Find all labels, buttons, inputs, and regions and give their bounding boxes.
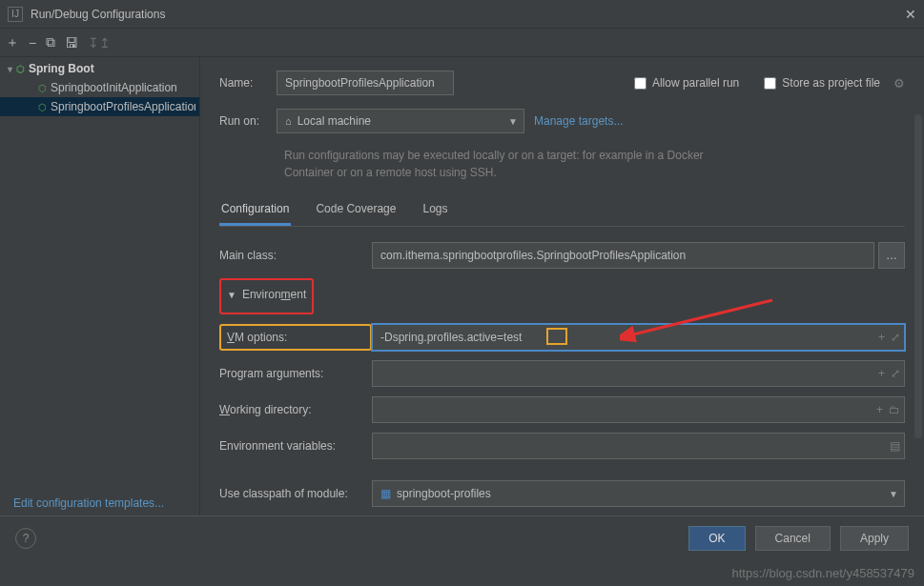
watermark: https://blog.csdn.net/y458537479 [731, 566, 914, 580]
expand-icon[interactable]: ⤢ [891, 367, 900, 380]
browse-main-class-button[interactable]: … [878, 242, 905, 269]
edit-templates-link[interactable]: Edit configuration templates... [13, 496, 164, 510]
gear-icon[interactable]: ⚙ [893, 76, 905, 91]
manage-targets-link[interactable]: Manage targets... [534, 114, 623, 128]
tree-item-springboot-profiles[interactable]: ⬡ SpringbootProfilesApplication [0, 97, 199, 116]
classpath-combo[interactable]: ▦ springboot-profiles ▼ [372, 480, 905, 507]
add-icon[interactable]: + [878, 367, 885, 380]
vm-options-input[interactable]: -Dspring.profiles.active=test + ⤢ [372, 324, 905, 351]
tab-code-coverage[interactable]: Code Coverage [314, 196, 398, 226]
main-class-label: Main class: [219, 249, 372, 262]
chevron-down-icon: ▼ [889, 489, 898, 499]
name-label: Name: [219, 76, 267, 90]
add-icon[interactable]: + [876, 403, 883, 416]
env-vars-label: Environment variables: [219, 439, 372, 453]
spring-icon: ⬡ [38, 83, 47, 93]
vertical-scrollbar[interactable] [914, 114, 922, 438]
vm-options-label: VM options: [227, 331, 287, 344]
chevron-down-icon: ▼ [227, 290, 236, 300]
app-logo-icon: IJ [8, 7, 23, 22]
copy-config-button[interactable]: ⧉ [46, 34, 55, 51]
help-button[interactable]: ? [15, 528, 36, 549]
spring-icon: ⬡ [38, 102, 47, 112]
runon-label: Run on: [219, 114, 267, 128]
expand-icon[interactable]: ⤢ [891, 331, 900, 344]
folder-icon[interactable]: 🗀 [889, 403, 900, 416]
add-config-button[interactable]: ＋ [6, 34, 19, 51]
remove-config-button[interactable]: − [29, 35, 36, 51]
tree-root-spring-boot[interactable]: ▾ ⬡ Spring Boot [0, 59, 199, 78]
chevron-down-icon: ▼ [508, 116, 518, 127]
list-icon[interactable]: ▤ [890, 439, 900, 453]
spring-icon: ⬡ [16, 64, 25, 74]
name-input[interactable] [277, 71, 454, 95]
tree-item-springboot-init[interactable]: ⬡ SpringbootInitApplication [0, 78, 199, 97]
working-dir-label: Working directory: [219, 403, 372, 416]
program-args-input[interactable]: + ⤢ [372, 360, 905, 387]
content-panel: Name: Allow parallel run Store as projec… [200, 57, 924, 538]
runon-combo[interactable]: ⌂ Local machine ▼ [277, 109, 524, 133]
dialog-title: Run/Debug Configurations [31, 8, 905, 21]
ok-button[interactable]: OK [688, 526, 745, 551]
add-icon[interactable]: + [878, 331, 885, 344]
environment-section-header[interactable]: ▼ Environment [227, 288, 306, 301]
apply-button[interactable]: Apply [840, 526, 909, 551]
chevron-down-icon: ▾ [8, 64, 12, 74]
save-config-button[interactable]: 🖫 [65, 35, 78, 51]
env-vars-input[interactable]: ▤ [372, 433, 905, 459]
runon-help-text: Run configurations may be executed local… [284, 147, 742, 181]
cancel-button[interactable]: Cancel [755, 526, 831, 551]
program-args-label: Program arguments: [219, 367, 372, 380]
classpath-label: Use classpath of module: [219, 487, 372, 500]
config-tree: ▾ ⬡ Spring Boot ⬡ SpringbootInitApplicat… [0, 57, 200, 538]
sort-config-button[interactable]: ↧↥ [88, 35, 111, 51]
home-icon: ⌂ [285, 115, 292, 127]
close-icon[interactable]: ✕ [905, 7, 916, 22]
allow-parallel-checkbox[interactable]: Allow parallel run [634, 76, 739, 90]
tab-configuration[interactable]: Configuration [219, 196, 291, 226]
tab-logs[interactable]: Logs [421, 196, 449, 226]
main-class-input[interactable]: com.ithema.springbootprofiles.Springboot… [372, 242, 874, 269]
module-icon: ▦ [380, 487, 391, 500]
working-dir-input[interactable]: + 🗀 [372, 396, 905, 423]
store-project-checkbox[interactable]: Store as project file [764, 76, 880, 90]
